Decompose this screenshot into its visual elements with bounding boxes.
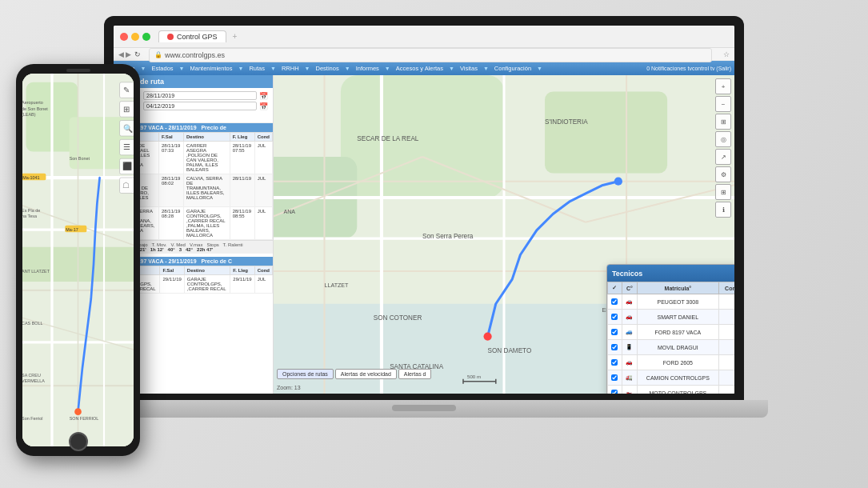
row-checkbox[interactable] <box>611 314 618 320</box>
browser-chrome: Control GPS + <box>114 26 734 48</box>
row-checkbox[interactable] <box>611 298 618 305</box>
cell-fllg: 28/11/19 <box>230 174 254 207</box>
cell-car-icon: 🚗 <box>622 294 637 310</box>
phone-speaker <box>66 69 90 72</box>
cell-check <box>608 340 622 355</box>
ssl-lock-icon: 🔒 <box>154 51 162 58</box>
back-btn[interactable]: ◀ <box>118 50 124 58</box>
tab-opciones-rutas[interactable]: Opciones de rutas <box>277 369 334 379</box>
address-bar[interactable]: 🔒 www.controlgps.es <box>149 48 712 62</box>
cell-check <box>608 355 622 370</box>
svg-text:ANT LLATZET: ANT LLATZET <box>22 269 50 274</box>
cell-fsal: 28/11/19 08:02 <box>159 174 184 207</box>
cell2-fllg: 29/11/19 <box>230 275 254 294</box>
cell2-cond: JUL <box>254 275 272 294</box>
cell-conductor: ⇄ <box>718 370 734 386</box>
row-checkbox[interactable] <box>611 374 618 381</box>
col2-destino: Destino <box>184 266 230 275</box>
tab-alertas-velocidad[interactable]: Alertas de velocidad <box>335 369 397 379</box>
calendar-icon2[interactable]: 📅 <box>259 102 268 110</box>
nav-informes[interactable]: Informes <box>352 63 383 74</box>
tab-favicon <box>167 34 174 40</box>
nav-destinos[interactable]: Destinos <box>312 63 343 74</box>
svg-text:Aeropuerto: Aeropuerto <box>22 100 43 105</box>
col-destino: Destino <box>183 133 230 142</box>
gps-row-2[interactable]: 🚗 SMART DANIEL ⇄ 05/12/1917:16 - 0 ⇄ <box>608 310 735 325</box>
nav-accesos[interactable]: Accesos y Alertas <box>392 63 447 74</box>
svg-text:Son Bonet: Son Bonet <box>70 156 90 161</box>
svg-text:☖: ☖ <box>122 181 130 190</box>
nav-rrhh[interactable]: RRHH <box>278 63 303 74</box>
svg-point-17 <box>614 178 622 186</box>
col-fsal: F.Sal <box>159 133 184 142</box>
gps-row-6[interactable]: 🚛 CAMION CONTROLGPS ⇄ 05/12/1918:00 - 0 … <box>608 370 735 386</box>
cell2-destino: GARAJE CONTROLGPS, ,CARRER RECAL <box>184 275 230 294</box>
nav-estados[interactable]: Estados <box>147 63 177 74</box>
date-to-input[interactable]: 04/12/2019 <box>143 102 257 110</box>
svg-text:⊞: ⊞ <box>123 105 130 114</box>
location-btn[interactable]: ◎ <box>715 131 731 147</box>
svg-text:VERMELLA: VERMELLA <box>22 378 45 383</box>
gps-row-7[interactable]: 🏍️ MOTO CONTROLGPS ⇄ 05/12/1918:12 - 0 ⇄ <box>608 386 735 394</box>
cell2-fsal: 29/11/19 <box>160 275 184 294</box>
browser-content: Hojas de ruta Desde 28/11/2019 📅 Hasta 0… <box>114 75 734 394</box>
date-from-input[interactable]: 28/11/2019 <box>143 91 257 100</box>
cell-conductor: ⇄ <box>718 355 734 370</box>
calendar-icon[interactable]: 📅 <box>259 92 268 100</box>
route-btn[interactable]: ↗ <box>715 149 731 165</box>
phone-home-button[interactable] <box>69 432 88 451</box>
row-checkbox[interactable] <box>611 344 618 350</box>
svg-point-45 <box>74 408 82 415</box>
cell-car-icon: 🚙 <box>622 325 637 340</box>
maximize-btn[interactable] <box>142 33 150 41</box>
layers-btn[interactable]: ⊞ <box>715 114 731 130</box>
row-checkbox[interactable] <box>611 359 618 366</box>
gps-row-5[interactable]: 🚗 FORD 2605 ⇄ 05/12/1918:06 - 0 ⇄ 1 <box>608 355 735 370</box>
laptop-screen: Control GPS + ◀ ▶ ↻ 🔒 www.controlgps.es … <box>114 26 734 394</box>
cell-destino: CARRER ASEGRA ,POLÍGON DE CAN VALERO, PA… <box>183 142 230 174</box>
gps-row-1[interactable]: 🚗 PEUGEOT 3008 ⇄ 05/12/1917:38 - 0 ⇄ <box>608 294 735 310</box>
svg-text:SON COTONER: SON COTONER <box>374 314 422 322</box>
cell-matricula: CAMION CONTROLGPS <box>637 370 718 386</box>
cell-conductor: ⇄ <box>718 340 734 355</box>
cell-destino: CALVIA, SERRA DE TRAMUNTANA, ILLES BALEA… <box>183 174 230 207</box>
svg-text:⬛: ⬛ <box>122 161 133 171</box>
nav-configuracion[interactable]: Configuración <box>490 63 535 74</box>
row-checkbox[interactable] <box>611 329 618 335</box>
refresh-btn[interactable]: ↻ <box>134 50 141 58</box>
add-tab-btn[interactable]: + <box>233 32 238 41</box>
browser-tabs: Control GPS <box>158 30 226 42</box>
close-btn[interactable] <box>120 33 128 41</box>
col2-fllg: F. Lleg <box>230 266 254 275</box>
col2-fsal: F.Sal <box>160 266 184 275</box>
bookmark-icon[interactable]: ☆ <box>723 50 730 58</box>
nav-mantenimientos[interactable]: Mantenimientos <box>186 63 237 74</box>
grid-btn[interactable]: ⊞ <box>715 184 731 200</box>
phone: Ma-1041 Ma-17 Aeropuerto de Son Bonet (L… <box>16 64 140 456</box>
cell-check <box>608 386 622 394</box>
zoom-in-btn[interactable]: + <box>715 78 731 94</box>
nav-rutas[interactable]: Rutas <box>245 63 269 74</box>
row-checkbox[interactable] <box>611 390 618 394</box>
date-from-row: Desde 28/11/2019 📅 <box>118 91 268 100</box>
cell-cond: JUL <box>254 142 272 174</box>
settings-map-btn[interactable]: ⚙ <box>715 166 731 182</box>
gps-table: ✓ C° Matrícula° Conductor° Fecha° T° T2°… <box>607 282 734 394</box>
cell-conductor: ⇄ <box>718 294 734 310</box>
col-fllg: F. Lleg <box>230 133 254 142</box>
svg-text:de Son Bonet: de Son Bonet <box>22 106 48 111</box>
gps-panel-title: Tecnicos <box>612 270 642 278</box>
gps-row-4[interactable]: 📱 MOVIL DRAGUI ⇄ 05/12/1918:15 - 0 ⇄ <box>608 340 735 355</box>
nav-visitas[interactable]: Visitas <box>456 63 482 74</box>
browser-tab-active[interactable]: Control GPS <box>158 30 226 42</box>
cell-check <box>608 325 622 340</box>
info-btn[interactable]: ℹ <box>715 202 731 218</box>
forward-btn[interactable]: ▶ <box>126 50 131 58</box>
svg-text:Es Pla de: Es Pla de <box>22 208 40 213</box>
gps-row-3[interactable]: 🚙 FORD 8197 VACA ⇄ 05/12/1918:10 - 0 ⇄ <box>608 325 735 340</box>
map-area: SECAR DE LA REAL S'INDIOTERIA ANA Son Se… <box>274 75 734 394</box>
zoom-out-btn[interactable]: − <box>715 96 731 112</box>
cell-matricula: MOTO CONTROLGPS <box>637 386 718 394</box>
minimize-btn[interactable] <box>131 33 139 41</box>
tab-alertas[interactable]: Alertas d <box>398 369 432 379</box>
